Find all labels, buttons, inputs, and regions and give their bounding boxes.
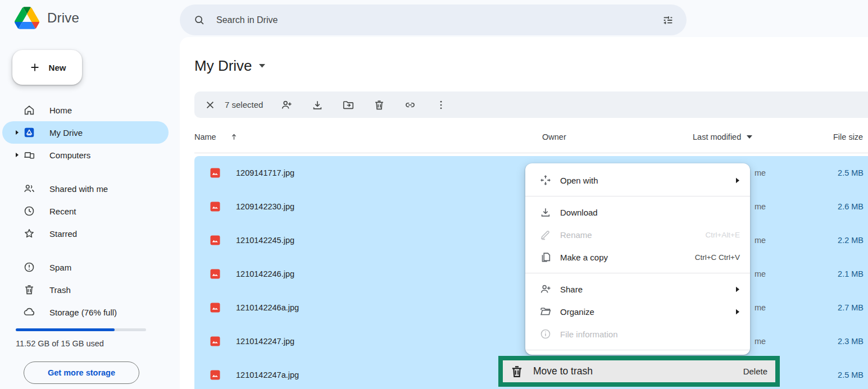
person-add-icon (280, 99, 293, 111)
owner-cell: me (755, 236, 766, 245)
header-divider (194, 153, 868, 153)
view-title-dropdown[interactable]: My Drive (194, 57, 265, 75)
menu-item-share[interactable]: Share (525, 278, 750, 300)
menu-item-download[interactable]: Download (525, 201, 750, 223)
submenu-arrow-icon (735, 177, 740, 184)
expand-caret-icon[interactable] (11, 152, 22, 158)
menu-divider (525, 273, 750, 273)
clear-selection-button[interactable] (199, 94, 221, 116)
trash-button[interactable] (368, 94, 390, 116)
trash-icon (373, 99, 385, 111)
shared-with-me-icon (22, 182, 36, 195)
image-file-icon (210, 269, 220, 279)
plus-icon (29, 61, 41, 74)
file-size-cell: 2.5 MB (838, 168, 864, 177)
copy-icon (539, 250, 552, 264)
storage-progress-fill (16, 328, 115, 331)
link-icon (404, 99, 416, 111)
menu-item-open-with[interactable]: Open with (525, 169, 750, 191)
file-size-cell: 2.5 MB (838, 370, 864, 379)
open-with-icon (539, 173, 552, 187)
image-file-icon (210, 168, 220, 178)
owner-cell: me (755, 303, 766, 312)
search-bar[interactable] (180, 4, 687, 35)
search-options-icon[interactable] (662, 14, 674, 26)
app-title: Drive (47, 10, 79, 26)
toolbar-actions (275, 94, 452, 116)
drive-logo[interactable]: Drive (15, 7, 79, 29)
folder-move-icon (342, 99, 355, 111)
image-file-icon (210, 370, 220, 380)
google-drive-window: Drive New Home My (0, 0, 868, 389)
context-menu: Open with Download Rename Ctrl+Alt+E Mak… (525, 163, 750, 355)
close-icon (204, 99, 216, 111)
sidebar-item-recent[interactable]: Recent (2, 200, 169, 222)
cloud-icon (22, 305, 36, 319)
clock-icon (22, 204, 36, 218)
sidebar-item-home[interactable]: Home (2, 99, 169, 121)
column-header-file-size[interactable]: File size (833, 132, 863, 141)
column-header-name[interactable]: Name (194, 132, 238, 141)
shortcut-label: Ctrl+Alt+E (705, 231, 740, 239)
storage-usage-text: 11.52 GB of 15 GB used (16, 339, 104, 348)
get-link-button[interactable] (399, 94, 421, 116)
main-content: My Drive 7 selected (180, 37, 868, 389)
menu-item-file-information: File information (525, 323, 750, 345)
file-size-cell: 2.7 MB (838, 303, 864, 312)
image-file-icon (210, 303, 220, 313)
trash-icon (22, 283, 36, 296)
annotation-highlight-move-to-trash[interactable]: Move to trash Delete (498, 356, 780, 387)
spam-icon (22, 260, 36, 274)
download-icon (311, 99, 324, 111)
shortcut-label: Delete (743, 367, 767, 376)
sort-ascending-icon (230, 132, 238, 141)
search-icon (193, 14, 205, 26)
expand-caret-icon[interactable] (11, 130, 22, 135)
sidebar-item-storage[interactable]: Storage (76% full) (2, 301, 169, 323)
sidebar-item-spam[interactable]: Spam (2, 256, 169, 278)
menu-divider (525, 350, 750, 350)
menu-item-make-a-copy[interactable]: Make a copy Ctrl+C Ctrl+V (525, 246, 750, 268)
column-header-owner[interactable]: Owner (542, 132, 566, 141)
computers-icon (22, 148, 36, 162)
menu-item-rename: Rename Ctrl+Alt+E (525, 223, 750, 246)
sidebar-nav: Home My Drive Computers (2, 99, 169, 323)
sidebar-item-shared-with-me[interactable]: Shared with me (2, 177, 169, 200)
download-button[interactable] (306, 94, 329, 116)
owner-cell: me (755, 202, 766, 211)
owner-cell: me (755, 337, 766, 346)
file-size-cell: 2.1 MB (838, 269, 864, 278)
search-input[interactable] (215, 15, 662, 26)
owner-cell: me (755, 269, 766, 278)
trash-icon (510, 364, 524, 379)
menu-divider (525, 196, 750, 196)
home-icon (22, 103, 36, 117)
file-size-cell: 2.2 MB (838, 236, 864, 245)
storage-progress-bar (16, 328, 146, 331)
menu-item-move-to-trash-label: Move to trash (533, 365, 593, 377)
column-header-last-modified[interactable]: Last modified (693, 132, 752, 141)
new-button[interactable]: New (12, 50, 82, 85)
move-to-folder-button[interactable] (337, 94, 360, 116)
more-actions-button[interactable] (430, 94, 452, 116)
more-vert-icon (435, 99, 447, 111)
image-file-icon (210, 202, 220, 212)
sidebar-item-trash[interactable]: Trash (2, 278, 169, 301)
owner-cell: me (755, 168, 766, 177)
image-file-icon (210, 235, 220, 245)
page-title: My Drive (194, 57, 252, 75)
file-size-cell: 2.6 MB (838, 202, 864, 211)
sidebar-item-computers[interactable]: Computers (2, 144, 169, 166)
sidebar: Drive New Home My (0, 0, 180, 389)
submenu-arrow-icon (735, 309, 740, 315)
shortcut-label: Ctrl+C Ctrl+V (695, 253, 740, 262)
download-icon (539, 205, 552, 219)
sidebar-item-my-drive[interactable]: My Drive (2, 121, 169, 144)
image-file-icon (210, 336, 220, 346)
sort-descending-icon (747, 135, 752, 139)
share-button[interactable] (275, 94, 298, 116)
sidebar-item-starred[interactable]: Starred (2, 222, 169, 245)
selection-toolbar: 7 selected (194, 91, 868, 118)
get-more-storage-button[interactable]: Get more storage (24, 361, 139, 384)
menu-item-organize[interactable]: Organize (525, 300, 750, 323)
